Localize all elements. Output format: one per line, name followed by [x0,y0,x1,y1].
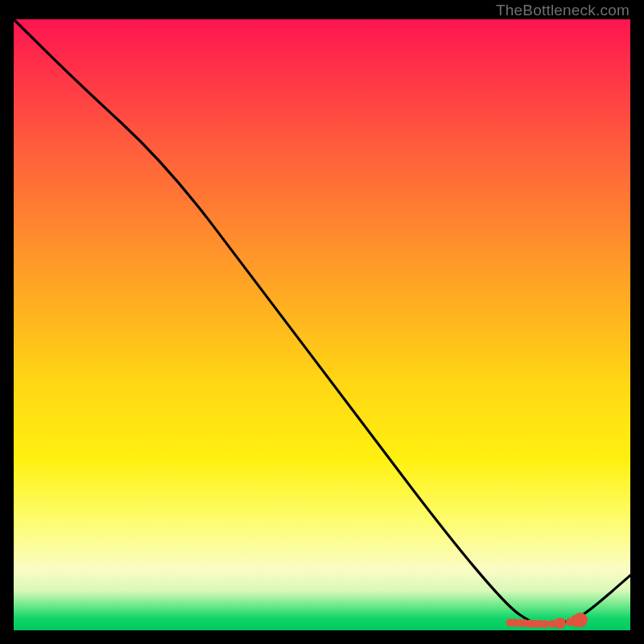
chart-svg [14,19,630,630]
chart-line-curve [14,19,630,624]
chart-frame [14,19,630,630]
chart-marker [573,613,588,627]
watermark-text: TheBottleneck.com [496,2,630,19]
chart-marker [555,617,566,629]
chart-marker [541,620,549,628]
